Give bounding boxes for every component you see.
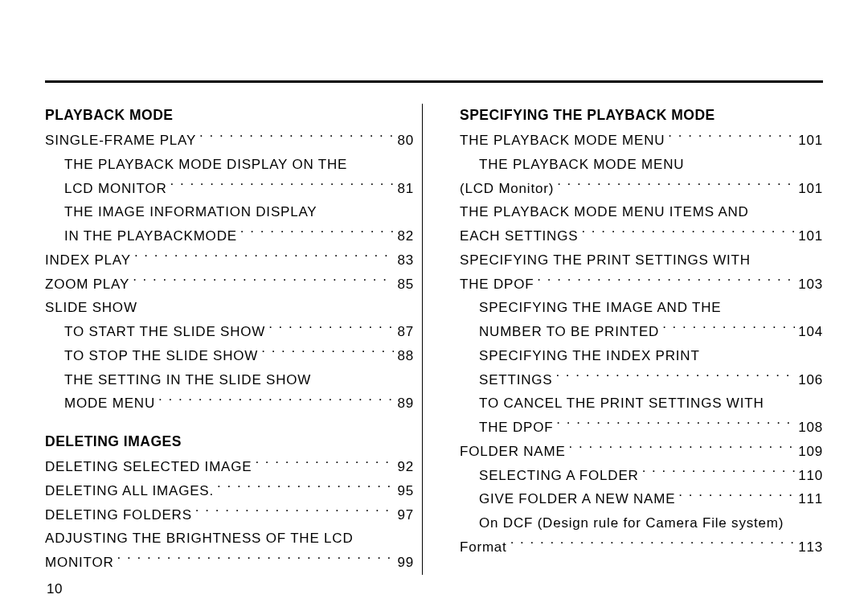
toc-label: EACH SETTINGS xyxy=(460,224,578,248)
toc-label: DELETING ALL IMAGES. xyxy=(45,479,214,503)
toc-label: SINGLE-FRAME PLAY xyxy=(45,129,196,153)
toc-page-number: 81 xyxy=(397,177,414,201)
right-column: SPECIFYING THE PLAYBACK MODETHE PLAYBACK… xyxy=(445,104,823,575)
toc-leader-dots xyxy=(678,490,795,503)
toc-entry: SINGLE-FRAME PLAY80 xyxy=(45,129,414,153)
toc-leader-dots xyxy=(255,457,394,471)
toc-entry: FOLDER NAME109 xyxy=(460,440,823,464)
toc-entry: THE DPOF103 xyxy=(460,273,823,297)
toc-page-number: 88 xyxy=(397,344,414,368)
section-heading: PLAYBACK MODE xyxy=(45,107,414,124)
toc-page-number: 110 xyxy=(798,464,823,488)
toc-page-number: 80 xyxy=(397,129,414,153)
toc-entry: (LCD Monitor)101 xyxy=(460,177,823,201)
toc-leader-dots xyxy=(195,506,395,519)
toc-label: DELETING SELECTED IMAGE xyxy=(45,455,252,479)
toc-entry: EACH SETTINGS101 xyxy=(460,224,823,248)
toc-page-number: 95 xyxy=(397,479,414,503)
toc-entry: MODE MENU89 xyxy=(45,392,414,416)
toc-label: IN THE PLAYBACKMODE xyxy=(64,224,237,248)
toc-label: FOLDER NAME xyxy=(460,440,566,464)
section-heading: DELETING IMAGES xyxy=(45,433,414,450)
toc-page-number: 103 xyxy=(798,273,823,297)
toc-page-number: 89 xyxy=(397,392,414,416)
toc-entry: THE IMAGE INFORMATION DISPLAY xyxy=(45,200,414,224)
page-number: 10 xyxy=(47,581,63,597)
toc-entry: TO START THE SLIDE SHOW87 xyxy=(45,320,414,344)
toc-entry: THE SETTING IN THE SLIDE SHOW xyxy=(45,368,414,392)
toc-entry: SLIDE SHOW xyxy=(45,296,414,320)
toc-entry: INDEX PLAY83 xyxy=(45,248,414,273)
toc-leader-dots xyxy=(217,482,394,495)
toc-leader-dots xyxy=(510,538,796,551)
toc-leader-dots xyxy=(268,322,394,336)
toc-label: THE DPOF xyxy=(460,273,534,297)
toc-label: LCD MONITOR xyxy=(64,177,167,201)
toc-page-number: 111 xyxy=(798,487,823,511)
toc-entry: SPECIFYING THE IMAGE AND THE xyxy=(460,296,823,320)
toc-leader-dots xyxy=(642,466,796,480)
toc-page-number: 108 xyxy=(798,416,823,440)
toc-entry: THE PLAYBACK MODE MENU ITEMS AND xyxy=(460,200,823,224)
toc-label: (LCD Monitor) xyxy=(460,177,554,201)
toc-page: PLAYBACK MODESINGLE-FRAME PLAY80THE PLAY… xyxy=(0,0,868,615)
toc-leader-dots xyxy=(158,394,395,408)
toc-page-number: 113 xyxy=(798,535,823,560)
toc-entry: IN THE PLAYBACKMODE82 xyxy=(45,224,414,248)
toc-label: TO START THE SLIDE SHOW xyxy=(64,320,265,344)
toc-page-number: 97 xyxy=(397,503,414,527)
toc-entry: ADJUSTING THE BRIGHTNESS OF THE LCD xyxy=(45,527,414,551)
toc-page-number: 104 xyxy=(798,320,823,344)
toc-page-number: 99 xyxy=(397,551,414,575)
top-rule xyxy=(45,80,823,83)
toc-entry: THE DPOF108 xyxy=(460,416,823,440)
toc-page-number: 85 xyxy=(397,273,414,297)
toc-leader-dots xyxy=(569,442,796,456)
toc-leader-dots xyxy=(117,553,395,567)
toc-label: THE PLAYBACK MODE MENU xyxy=(460,129,665,153)
toc-label: NUMBER TO BE PRINTED xyxy=(479,320,659,344)
toc-entry: DELETING SELECTED IMAGE92 xyxy=(45,455,414,479)
toc-entry: Format113 xyxy=(460,535,823,560)
toc-leader-dots xyxy=(199,131,394,145)
columns: PLAYBACK MODESINGLE-FRAME PLAY80THE PLAY… xyxy=(45,104,823,575)
toc-entry: TO CANCEL THE PRINT SETTINGS WITH xyxy=(460,392,823,416)
toc-page-number: 82 xyxy=(397,224,414,248)
toc-entry: DELETING ALL IMAGES.95 xyxy=(45,479,414,503)
toc-leader-dots xyxy=(170,179,395,193)
toc-leader-dots xyxy=(557,179,795,193)
toc-page-number: 92 xyxy=(397,455,414,479)
toc-page-number: 87 xyxy=(397,320,414,344)
toc-entry: TO STOP THE SLIDE SHOW88 xyxy=(45,344,414,368)
toc-label: Format xyxy=(460,535,507,560)
toc-label: TO STOP THE SLIDE SHOW xyxy=(64,344,258,368)
toc-leader-dots xyxy=(581,227,795,240)
toc-leader-dots xyxy=(555,371,795,384)
toc-entry: DELETING FOLDERS97 xyxy=(45,503,414,527)
toc-entry: LCD MONITOR81 xyxy=(45,177,414,201)
toc-entry: THE PLAYBACK MODE MENU xyxy=(460,153,823,177)
toc-page-number: 101 xyxy=(798,129,823,153)
toc-entry: SPECIFYING THE INDEX PRINT xyxy=(460,344,823,368)
toc-leader-dots xyxy=(133,275,394,289)
toc-entry: GIVE FOLDER A NEW NAME111 xyxy=(460,487,823,511)
toc-entry: NUMBER TO BE PRINTED104 xyxy=(460,320,823,344)
toc-page-number: 83 xyxy=(397,248,414,273)
toc-leader-dots xyxy=(668,131,795,145)
toc-label: SELECTING A FOLDER xyxy=(479,464,639,488)
toc-label: MONITOR xyxy=(45,551,114,575)
left-column: PLAYBACK MODESINGLE-FRAME PLAY80THE PLAY… xyxy=(45,104,423,575)
toc-entry: SETTINGS106 xyxy=(460,368,823,392)
toc-page-number: 101 xyxy=(798,224,823,248)
toc-entry: SPECIFYING THE PRINT SETTINGS WITH xyxy=(460,248,823,273)
toc-entry: SELECTING A FOLDER110 xyxy=(460,464,823,488)
toc-leader-dots xyxy=(556,418,795,432)
toc-entry: THE PLAYBACK MODE MENU101 xyxy=(460,129,823,153)
toc-label: THE DPOF xyxy=(479,416,553,440)
toc-entry: On DCF (Design rule for Camera File syst… xyxy=(460,511,823,535)
toc-leader-dots xyxy=(261,346,394,360)
toc-entry: THE PLAYBACK MODE DISPLAY ON THE xyxy=(45,153,414,177)
toc-label: ZOOM PLAY xyxy=(45,273,129,297)
toc-page-number: 101 xyxy=(798,177,823,201)
toc-entry: MONITOR99 xyxy=(45,551,414,575)
